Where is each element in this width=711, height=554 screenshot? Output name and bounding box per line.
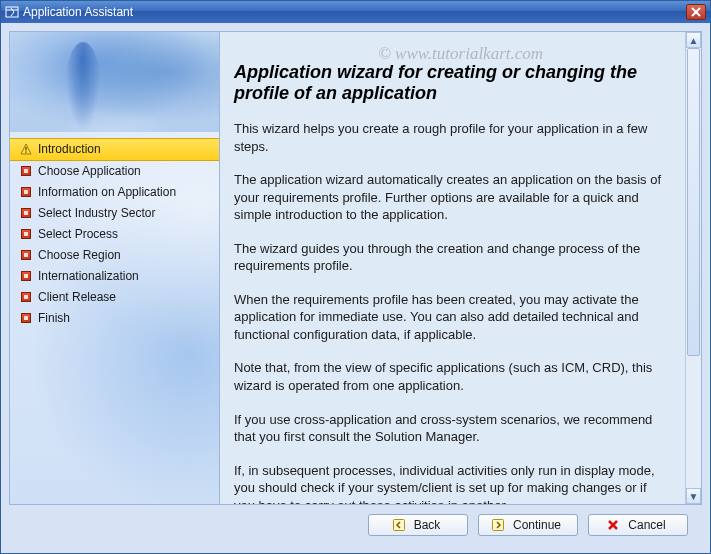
step-icon — [20, 228, 32, 240]
wizard-step[interactable]: Client Release — [10, 287, 219, 308]
content-wrap: IntroductionChoose ApplicationInformatio… — [1, 23, 710, 553]
wizard-step-label: Choose Region — [38, 248, 121, 263]
titlebar: Application Assistant — [1, 1, 710, 23]
scroll-track[interactable] — [686, 48, 701, 488]
cancel-icon — [606, 518, 620, 532]
window: Application Assistant IntroductionChoose… — [0, 0, 711, 554]
step-icon — [20, 312, 32, 324]
body-paragraph: This wizard helps you create a rough pro… — [234, 120, 669, 155]
scroll-thumb[interactable] — [687, 48, 700, 356]
wizard-step-label: Client Release — [38, 290, 116, 305]
body-paragraph: If, in subsequent processes, individual … — [234, 462, 669, 504]
main-scroll[interactable]: Application wizard for creating or chang… — [220, 32, 685, 504]
svg-rect-8 — [492, 520, 503, 531]
vertical-scrollbar[interactable]: ▲ ▼ — [685, 32, 701, 504]
wizard-step[interactable]: Choose Application — [10, 161, 219, 182]
window-title: Application Assistant — [23, 5, 686, 19]
body-paragraph: When the requirements profile has been c… — [234, 291, 669, 344]
cancel-button[interactable]: Cancel — [588, 514, 688, 536]
wizard-step-label: Introduction — [38, 142, 101, 157]
close-button[interactable] — [686, 4, 706, 20]
wizard-step-list: IntroductionChoose ApplicationInformatio… — [10, 132, 219, 504]
back-icon — [392, 518, 406, 532]
step-icon — [20, 270, 32, 282]
step-icon — [20, 186, 32, 198]
step-icon — [20, 165, 32, 177]
back-label: Back — [414, 518, 441, 532]
wizard-step-label: Select Industry Sector — [38, 206, 155, 221]
body-paragraph: Note that, from the view of specific app… — [234, 359, 669, 394]
continue-button[interactable]: Continue — [478, 514, 578, 536]
step-icon — [20, 249, 32, 261]
wizard-step[interactable]: Introduction — [10, 138, 219, 161]
wizard-step-label: Finish — [38, 311, 70, 326]
body-paragraph: If you use cross-application and cross-s… — [234, 411, 669, 446]
step-icon — [20, 291, 32, 303]
wizard-step-label: Internationalization — [38, 269, 139, 284]
wizard-step[interactable]: Information on Application — [10, 182, 219, 203]
back-button[interactable]: Back — [368, 514, 468, 536]
continue-label: Continue — [513, 518, 561, 532]
panel: IntroductionChoose ApplicationInformatio… — [9, 31, 702, 505]
svg-rect-5 — [25, 147, 26, 151]
body-text: This wizard helps you create a rough pro… — [234, 120, 669, 504]
wizard-step-label: Select Process — [38, 227, 118, 242]
svg-rect-7 — [393, 520, 404, 531]
button-bar: Back Continue Cancel — [9, 505, 702, 545]
wizard-step-label: Choose Application — [38, 164, 141, 179]
wizard-step[interactable]: Select Process — [10, 224, 219, 245]
cancel-label: Cancel — [628, 518, 665, 532]
wizard-step[interactable]: Choose Region — [10, 245, 219, 266]
body-paragraph: The application wizard automatically cre… — [234, 171, 669, 224]
window-icon — [5, 5, 19, 19]
wizard-step[interactable]: Internationalization — [10, 266, 219, 287]
scroll-down-arrow-icon[interactable]: ▼ — [686, 488, 701, 504]
scroll-up-arrow-icon[interactable]: ▲ — [686, 32, 701, 48]
sidebar-decorative-image — [10, 32, 219, 132]
wizard-step[interactable]: Finish — [10, 308, 219, 329]
main-area: © www.tutorialkart.com Application wizar… — [220, 32, 701, 504]
wizard-step[interactable]: Select Industry Sector — [10, 203, 219, 224]
svg-rect-6 — [25, 151, 26, 152]
step-icon — [20, 207, 32, 219]
warning-icon — [20, 143, 32, 155]
body-paragraph: The wizard guides you through the creati… — [234, 240, 669, 275]
page-heading: Application wizard for creating or chang… — [234, 62, 669, 104]
wizard-step-label: Information on Application — [38, 185, 176, 200]
continue-icon — [491, 518, 505, 532]
sidebar: IntroductionChoose ApplicationInformatio… — [10, 32, 220, 504]
